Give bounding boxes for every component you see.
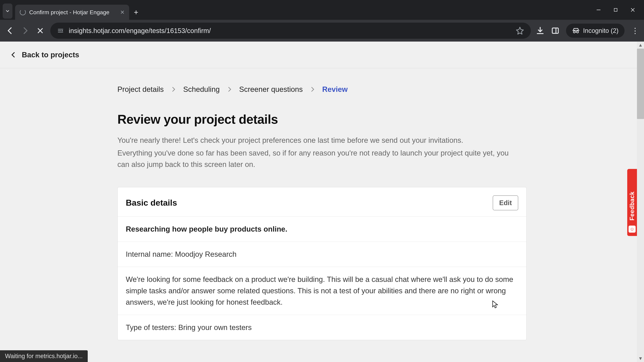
loading-spinner-icon	[20, 9, 26, 15]
tab-strip: Confirm project - Hotjar Engage × +	[0, 0, 138, 20]
scroll-down-icon[interactable]: ▼	[637, 355, 644, 362]
feedback-tab[interactable]: Feedback ☺	[627, 169, 637, 236]
svg-point-1	[62, 30, 63, 31]
basic-details-card: Basic details Edit Researching how peopl…	[118, 187, 526, 340]
back-to-projects-label: Back to projects	[22, 51, 79, 59]
browser-titlebar: Confirm project - Hotjar Engage × +	[0, 0, 644, 20]
minimize-icon[interactable]	[596, 7, 602, 13]
back-to-projects-bar[interactable]: Back to projects	[0, 41, 644, 68]
new-tab-button[interactable]: +	[134, 5, 138, 20]
incognito-label: Incognito (2)	[583, 27, 618, 34]
project-title-row: Researching how people buy products onli…	[118, 216, 526, 242]
intro-line-2: Everything you've done so far has been s…	[118, 147, 520, 170]
basic-details-title: Basic details	[126, 198, 177, 208]
smile-icon: ☺	[628, 226, 636, 233]
bookmark-star-icon[interactable]	[516, 26, 524, 35]
address-bar[interactable]: insights.hotjar.com/engage/tests/16153/c…	[50, 23, 531, 39]
forward-button[interactable]	[20, 26, 30, 36]
wizard-breadcrumb: Project details Scheduling Screener ques…	[118, 85, 526, 93]
chevron-right-icon	[170, 86, 176, 92]
page-viewport: Back to projects Project details Schedul…	[0, 41, 644, 362]
tab-title: Confirm project - Hotjar Engage	[29, 9, 117, 15]
chevron-right-icon	[310, 86, 316, 92]
description-row: We're looking for some feedback on a pro…	[118, 267, 526, 315]
chevron-right-icon	[226, 86, 232, 92]
scroll-up-icon[interactable]: ▲	[637, 41, 644, 49]
feedback-label: Feedback	[628, 191, 636, 221]
window-controls	[596, 0, 644, 20]
svg-rect-0	[614, 8, 617, 11]
url-text: insights.hotjar.com/engage/tests/16153/c…	[69, 27, 511, 34]
incognito-icon	[572, 27, 580, 34]
back-button[interactable]	[5, 26, 15, 36]
main-content: Project details Scheduling Screener ques…	[0, 68, 644, 340]
maximize-icon[interactable]	[613, 7, 618, 12]
crumb-screener-questions[interactable]: Screener questions	[239, 85, 303, 93]
tester-type-row: Type of testers: Bring your own testers	[118, 315, 526, 340]
intro-line-1: You're nearly there! Let's check your pr…	[118, 135, 520, 146]
site-settings-icon[interactable]	[57, 27, 64, 34]
close-icon[interactable]: ×	[120, 9, 124, 16]
browser-toolbar: insights.hotjar.com/engage/tests/16153/c…	[0, 20, 644, 41]
tab-search-dropdown[interactable]	[3, 3, 12, 18]
side-panel-icon[interactable]	[551, 27, 559, 35]
page-title: Review your project details	[118, 112, 526, 126]
card-header: Basic details Edit	[118, 187, 526, 216]
downloads-icon[interactable]	[536, 26, 544, 35]
crumb-scheduling[interactable]: Scheduling	[183, 85, 220, 93]
status-bar: Waiting for metrics.hotjar.io...	[0, 350, 88, 362]
edit-button[interactable]: Edit	[493, 195, 518, 210]
browser-tab[interactable]: Confirm project - Hotjar Engage ×	[15, 5, 129, 20]
toolbar-actions: Incognito (2) ⋮	[536, 24, 639, 38]
crumb-project-details[interactable]: Project details	[118, 85, 164, 93]
chevron-down-icon	[5, 8, 10, 13]
crumb-review[interactable]: Review	[322, 85, 348, 93]
internal-name-row: Internal name: Moodjoy Research	[118, 242, 526, 267]
chevron-left-icon	[10, 51, 17, 58]
scrollbar-thumb[interactable]	[637, 49, 644, 119]
stop-loading-button[interactable]	[35, 26, 45, 36]
close-window-icon[interactable]	[630, 7, 636, 13]
svg-rect-2	[552, 28, 558, 33]
incognito-indicator[interactable]: Incognito (2)	[566, 24, 624, 38]
menu-icon[interactable]: ⋮	[631, 26, 639, 35]
